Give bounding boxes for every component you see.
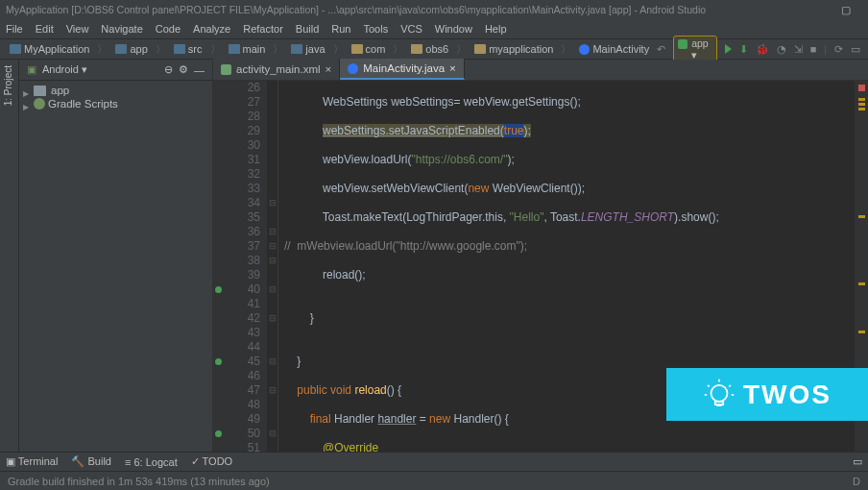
override-gutter-icon[interactable] [215,430,222,437]
terminal-tool-button[interactable]: ▣ Terminal [6,455,58,468]
editor-area: activity_main.xml× MainActivity.java× 26… [213,60,868,452]
todo-tool-button[interactable]: ✓ TODO [191,455,232,468]
warning-marker[interactable] [858,103,865,106]
status-bar: Gradle build finished in 1m 53s 419ms (1… [0,471,868,490]
apply-changes-icon[interactable]: ⬇ [739,43,748,56]
maximize-button[interactable]: ▢ [830,0,862,19]
tool-window-strip-left[interactable]: 1: Project [0,60,19,452]
breadcrumb-obs6[interactable]: obs6 [407,42,452,56]
gradle-icon [34,98,45,110]
sidebar-header: ▣ Android ▾ ⊖ ⚙ — [19,60,212,81]
lightbulb-icon [703,379,735,411]
window-controls: – ▢ × [830,0,862,19]
settings-gear-icon[interactable]: ⚙ [179,63,188,76]
project-tree[interactable]: ▸ app ▸ Gradle Scripts [19,81,212,113]
warning-marker[interactable] [858,331,865,333]
run-config-selector[interactable]: app ▾ [673,36,717,62]
folder-icon [229,44,240,54]
tab-activity-main-xml[interactable]: activity_main.xml× [213,59,340,80]
warning-marker[interactable] [858,98,865,101]
breadcrumb-com[interactable]: com [348,42,390,56]
menu-analyze[interactable]: Analyze [193,23,230,35]
tray-marker: D [853,476,860,487]
override-gutter-icon[interactable] [215,358,222,365]
fold-column[interactable]: ⊟⊟⊟⊟⊟⊟⊟⊟⊟⊟⊟⊟⊟⊟ [267,81,278,452]
tree-item-gradle[interactable]: ▸ Gradle Scripts [23,97,208,110]
menu-build[interactable]: Build [296,23,319,35]
warning-marker[interactable] [858,282,865,285]
module-icon [34,86,46,96]
menu-refactor[interactable]: Refactor [243,23,283,35]
tab-mainactivity-java[interactable]: MainActivity.java× [340,59,465,80]
menu-tools[interactable]: Tools [363,23,388,35]
warning-marker[interactable] [858,215,865,218]
folder-icon [174,44,185,54]
module-icon [10,44,21,54]
breadcrumb-pkg[interactable]: myapplication [470,42,557,56]
attach-debugger-icon[interactable]: ⇲ [794,43,803,56]
xml-file-icon [221,64,231,75]
menu-window[interactable]: Window [435,23,472,35]
menu-view[interactable]: View [66,23,89,35]
folder-icon [474,44,486,54]
menu-help[interactable]: Help [485,23,507,35]
breadcrumb-java[interactable]: java [287,42,328,56]
tree-item-app[interactable]: ▸ app [23,84,208,97]
breadcrumb-src[interactable]: src [170,42,206,56]
window-title: MyApplication [D:\OBS6 Control panel\PRO… [6,4,706,15]
sync-icon[interactable]: ⟳ [834,43,843,56]
folder-icon [411,44,422,54]
gutter-marks [213,81,225,452]
chevron-right-icon[interactable]: ▸ [23,100,31,108]
avd-icon[interactable]: ▭ [851,43,860,56]
breadcrumb-app[interactable]: app [111,42,151,56]
class-file-icon [348,63,358,74]
override-gutter-icon[interactable] [215,286,222,293]
project-tool-button[interactable]: 1: Project [0,60,16,111]
title-bar: MyApplication [D:\OBS6 Control panel\PRO… [0,0,868,19]
toolbar-right: ↶ app ▾ ⬇ 🐞 ◔ ⇲ ■ | ⟳ ▭ ⬓ ⊞ 🔍 [657,36,868,62]
project-sidebar: ▣ Android ▾ ⊖ ⚙ — ▸ app ▸ Gradle Scripts [19,60,213,452]
badge-text: TWOS [743,380,832,410]
stop-icon[interactable]: ■ [810,43,817,55]
menu-code[interactable]: Code [156,23,181,35]
navigation-bar: MyApplication〉 app〉 src〉 main〉 java〉 com… [0,38,868,60]
error-marker[interactable] [858,85,865,91]
class-icon [579,44,590,55]
menu-edit[interactable]: Edit [36,23,54,35]
folder-icon [291,44,302,54]
breadcrumb-root[interactable]: MyApplication [6,42,93,56]
warning-marker[interactable] [858,108,865,110]
watermark-badge: TWOS [666,368,868,421]
android-icon: ▣ [27,63,36,76]
menu-run[interactable]: Run [331,23,350,35]
logcat-tool-button[interactable]: ≡ 6: Logcat [125,456,178,468]
back-icon[interactable]: ↶ [657,43,665,56]
line-numbers: 2627282930313233343536373839404142434445… [225,81,267,452]
bottom-tool-window-bar: ▣ Terminal 🔨 Build ≡ 6: Logcat ✓ TODO ▭ [0,452,868,471]
build-tool-button[interactable]: 🔨 Build [71,455,111,468]
folder-icon [115,44,127,54]
folder-icon [351,44,363,54]
breadcrumb-main[interactable]: main [225,42,270,56]
debug-icon[interactable]: 🐞 [756,43,769,56]
svg-point-0 [711,384,728,401]
hide-icon[interactable]: — [194,64,205,76]
run-button[interactable] [725,44,732,54]
event-log-button[interactable]: ▭ [853,455,862,468]
menu-vcs[interactable]: VCS [400,23,422,35]
editor-tabs: activity_main.xml× MainActivity.java× [213,60,868,81]
sidebar-view-selector[interactable]: Android ▾ [42,63,158,76]
menu-navigate[interactable]: Navigate [101,23,142,35]
breadcrumb-class[interactable]: MainActivity [575,42,653,56]
status-message: Gradle build finished in 1m 53s 419ms (1… [8,476,270,487]
close-tab-icon[interactable]: × [449,62,456,74]
menu-file[interactable]: File [6,23,23,35]
close-tab-icon[interactable]: × [326,63,332,75]
profiler-icon[interactable]: ◔ [777,43,786,56]
chevron-right-icon[interactable]: ▸ [23,86,31,94]
collapse-icon[interactable]: ⊖ [164,63,173,76]
